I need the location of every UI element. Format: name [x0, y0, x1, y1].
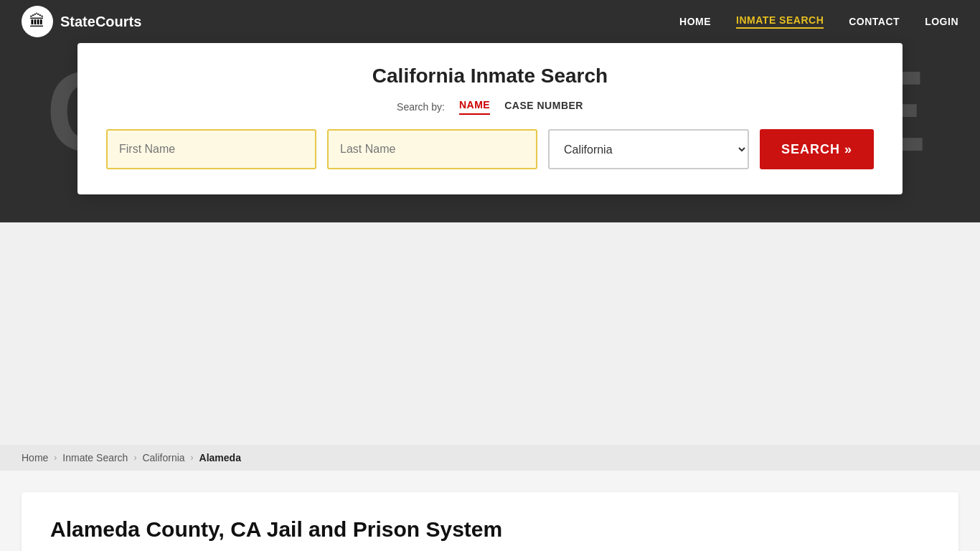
last-name-input[interactable]: [327, 129, 537, 169]
breadcrumb-sep-3: ›: [191, 453, 194, 463]
search-by-label: Search by:: [397, 101, 445, 113]
state-select[interactable]: California Alabama Alaska Arizona Arkans…: [548, 129, 749, 169]
breadcrumb-current: Alameda: [199, 452, 241, 463]
logo-icon: 🏛: [22, 6, 53, 37]
search-card: California Inmate Search Search by: NAME…: [77, 43, 903, 194]
logo[interactable]: 🏛 StateCourts: [22, 6, 141, 37]
search-fields-row: California Alabama Alaska Arizona Arkans…: [106, 129, 874, 169]
logo-text: StateCourts: [60, 14, 141, 30]
nav-links: HOME INMATE SEARCH CONTACT LOGIN: [679, 14, 958, 29]
breadcrumb-sep-1: ›: [54, 453, 57, 463]
content-card: Alameda County, CA Jail and Prison Syste…: [22, 492, 958, 551]
nav-home[interactable]: HOME: [679, 16, 711, 27]
nav-contact[interactable]: CONTACT: [849, 16, 900, 27]
breadcrumb-california[interactable]: California: [142, 452, 184, 463]
search-tab-case[interactable]: CASE NUMBER: [504, 100, 583, 114]
search-button[interactable]: SEARCH »: [760, 129, 874, 169]
first-name-input[interactable]: [106, 129, 316, 169]
nav-login[interactable]: LOGIN: [925, 16, 958, 27]
nav-bar: 🏛 StateCourts HOME INMATE SEARCH CONTACT…: [0, 0, 980, 43]
breadcrumb-inmate-search[interactable]: Inmate Search: [62, 452, 128, 463]
nav-inmate-search[interactable]: INMATE SEARCH: [736, 14, 824, 29]
main-content: Alameda County, CA Jail and Prison Syste…: [0, 471, 980, 551]
search-card-title: California Inmate Search: [106, 65, 874, 88]
breadcrumb-sep-2: ›: [133, 453, 136, 463]
breadcrumb: Home › Inmate Search › California › Alam…: [0, 445, 980, 471]
breadcrumb-home[interactable]: Home: [22, 452, 48, 463]
search-tab-name[interactable]: NAME: [459, 99, 490, 115]
search-by-row: Search by: NAME CASE NUMBER: [106, 99, 874, 115]
header: COURTHOUSE 🏛 StateCourts HOME INMATE SEA…: [0, 0, 980, 222]
county-title: Alameda County, CA Jail and Prison Syste…: [50, 517, 930, 542]
